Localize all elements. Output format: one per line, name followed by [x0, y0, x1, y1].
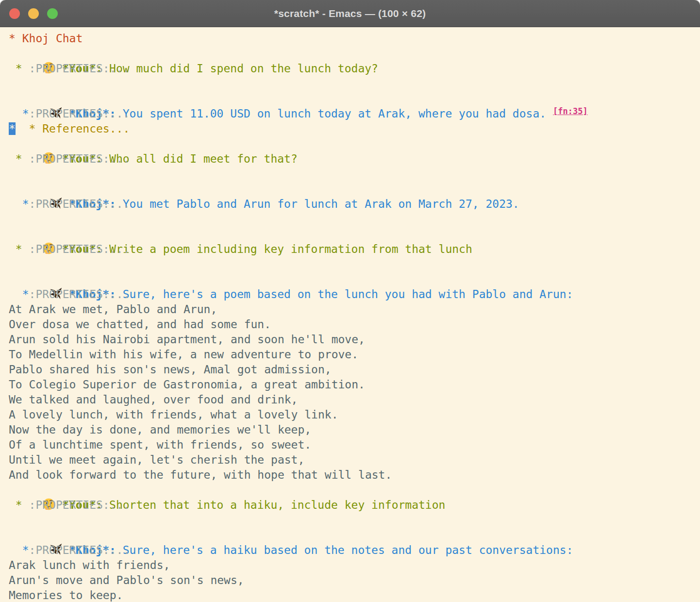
you-heading-line: * *You*: Write a poem including key info…	[9, 227, 696, 242]
poem-line: Of a lunchtime spent, with friends, so s…	[9, 437, 696, 452]
you-heading-line: * *You*: Shorten that into a haiku, incl…	[9, 483, 696, 498]
poem-line: Pablo shared his son's news, Amal got ad…	[9, 362, 696, 377]
window-title: *scratch* - Emacs — (100 × 62)	[274, 8, 426, 19]
khoj-message: Sure, here's a poem based on the lunch y…	[116, 288, 573, 301]
poem-text: At Arak we met, Pablo and Arun,	[9, 303, 217, 316]
chat-title-line: * Khoj Chat	[9, 31, 696, 46]
poem-text: To Colegio Superior de Gastronomia, a gr…	[9, 378, 365, 391]
user-message: Who all did I meet for that?	[102, 152, 298, 165]
poem-line: And look forward to the future, with hop…	[9, 468, 696, 483]
poem-line: To Colegio Superior de Gastronomia, a gr…	[9, 377, 696, 392]
user-message: Shorten that into a haiku, include key i…	[102, 499, 445, 511]
you-heading-line: * *You*: Who all did I meet for that?	[9, 136, 696, 151]
khoj-message: Sure, here's a haiku based on the notes …	[116, 544, 573, 556]
haiku-text: Arak lunch with friends,	[9, 559, 170, 571]
poem-text: Over dosa we chatted, and had some fun.	[9, 318, 271, 331]
khoj-heading-line: * *Khoj*: Sure, here's a poem based on t…	[9, 272, 696, 287]
you-heading-line: * *You*: How much did I spend on the lun…	[9, 46, 696, 61]
poem-line: To Medellin with his wife, a new adventu…	[9, 347, 696, 362]
poem-line: We talked and laughed, over food and dri…	[9, 392, 696, 407]
khoj-message: You spent 11.00 USD on lunch today at Ar…	[116, 107, 553, 120]
blank-line	[9, 167, 696, 182]
khoj-heading-line: * *Khoj*: Sure, here's a haiku based on …	[9, 528, 696, 543]
blank-line	[9, 76, 696, 91]
haiku-line: Memories to keep.	[9, 588, 696, 602]
references-line: * * References...	[9, 121, 696, 136]
haiku-text: Arun's move and Pablo's son's news,	[9, 574, 244, 586]
poem-line: At Arak we met, Pablo and Arun,	[9, 302, 696, 317]
properties-drawer[interactable]: :PROPERTIES:...	[9, 243, 130, 255]
properties-drawer[interactable]: :PROPERTIES:...	[9, 107, 130, 120]
khoj-heading-line: * *Khoj*: You spent 11.00 USD on lunch t…	[9, 91, 696, 106]
user-message: How much did I spend on the lunch today?	[102, 62, 378, 75]
properties-drawer[interactable]: :PROPERTIES:...	[9, 62, 130, 75]
khoj-message: You met Pablo and Arun for lunch at Arak…	[116, 198, 519, 210]
blank-line	[9, 257, 696, 272]
poem-line: Arun sold his Nairobi apartment, and soo…	[9, 332, 696, 347]
properties-drawer[interactable]: :PROPERTIES:...	[9, 198, 130, 210]
poem-text: Arun sold his Nairobi apartment, and soo…	[9, 333, 365, 346]
properties-drawer[interactable]: :PROPERTIES:...	[9, 288, 130, 301]
poem-text: And look forward to the future, with hop…	[9, 468, 392, 481]
properties-drawer[interactable]: :PROPERTIES:...	[9, 544, 130, 556]
cursor: *	[9, 122, 16, 135]
titlebar[interactable]: *scratch* - Emacs — (100 × 62)	[0, 0, 700, 27]
blank-line	[9, 212, 696, 227]
poem-text: We talked and laughed, over food and dri…	[9, 393, 298, 406]
haiku-line: Arak lunch with friends,	[9, 558, 696, 573]
properties-drawer[interactable]: :PROPERTIES:...	[9, 499, 130, 511]
poem-line: Now the day is done, and memories we'll …	[9, 422, 696, 437]
emacs-window: *scratch* - Emacs — (100 × 62) * Khoj Ch…	[0, 0, 700, 602]
properties-drawer[interactable]: :PROPERTIES:...	[9, 152, 130, 165]
poem-line: A lovely lunch, with friends, what a lov…	[9, 407, 696, 422]
window-controls	[9, 0, 58, 27]
poem-line: Over dosa we chatted, and had some fun.	[9, 317, 696, 332]
blank-line	[9, 513, 696, 528]
poem-text: Of a lunchtime spent, with friends, so s…	[9, 438, 311, 451]
poem-text: To Medellin with his wife, a new adventu…	[9, 348, 358, 361]
poem-text: Pablo shared his son's news, Amal got ad…	[9, 363, 332, 376]
poem-line: Until we meet again, let's cherish the p…	[9, 452, 696, 468]
poem-text: A lovely lunch, with friends, what a lov…	[9, 408, 338, 421]
haiku-line: Arun's move and Pablo's son's news,	[9, 573, 696, 588]
references-heading[interactable]: * References...	[16, 122, 130, 135]
scratch-buffer[interactable]: * Khoj Chat * *You*: How much did I spen…	[0, 27, 700, 602]
khoj-heading-line: * *Khoj*: You met Pablo and Arun for lun…	[9, 182, 696, 197]
minimize-button[interactable]	[28, 8, 39, 19]
poem-text: Until we meet again, let's cherish the p…	[9, 453, 304, 466]
haiku-text: Memories to keep.	[9, 589, 123, 602]
close-button[interactable]	[9, 8, 20, 19]
footnote-link[interactable]: [fn:35]	[553, 106, 588, 116]
poem-text: Now the day is done, and memories we'll …	[9, 423, 311, 436]
user-message: Write a poem including key information f…	[102, 243, 472, 255]
chat-title: * Khoj Chat	[9, 32, 83, 45]
fullscreen-button[interactable]	[47, 8, 58, 19]
properties-line: :PROPERTIES:...	[9, 151, 696, 167]
